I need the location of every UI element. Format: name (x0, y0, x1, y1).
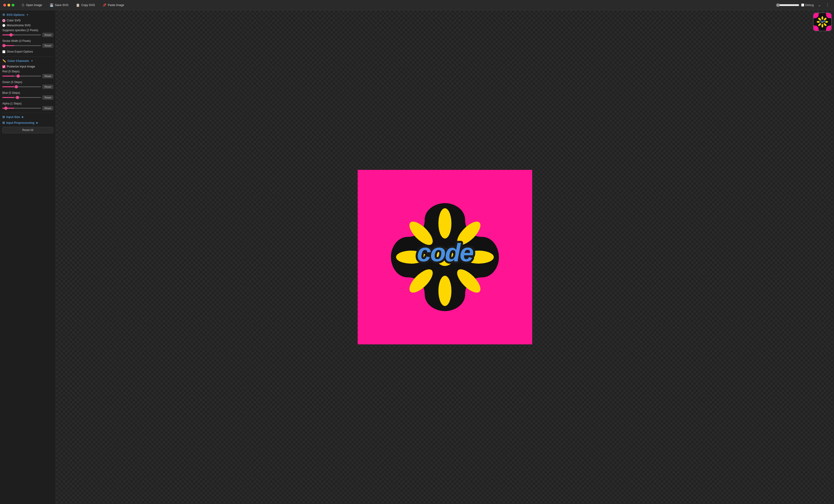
copy-svg-button[interactable]: 📋 Copy SVG (73, 2, 97, 8)
input-preprocessing-chevron: ▶ (36, 122, 38, 124)
paste-image-icon: 📌 (102, 3, 106, 7)
expert-options-row[interactable]: Show Expert Options (2, 50, 53, 53)
blue-reset[interactable]: Reset (42, 95, 53, 100)
input-preprocessing-header[interactable]: ⊞ Input Preprocessing ▶ (2, 121, 53, 125)
input-size-chevron: ▶ (22, 116, 24, 118)
svg-point-16 (821, 24, 823, 27)
green-row: Green (5 Steps) Reset (2, 81, 53, 89)
suppress-speckles-slider[interactable] (2, 35, 41, 35)
alpha-label: Alpha (1 Steps) (2, 102, 53, 105)
color-svg-radio[interactable] (2, 19, 5, 22)
suppress-speckles-label: Suppress speckles (2 Pixels) (2, 29, 53, 32)
svg-options-icon: ⚙ (2, 13, 5, 17)
suppress-speckles-control: Reset (2, 33, 53, 37)
open-image-icon: 🗋 (21, 3, 25, 7)
green-slider[interactable] (2, 86, 41, 87)
input-preprocessing-icon: ⊞ (2, 121, 5, 125)
suppress-speckles-row: Suppress speckles (2 Pixels) Reset (2, 29, 53, 37)
close-button[interactable] (3, 4, 6, 6)
red-row: Red (5 Steps) Reset (2, 70, 53, 78)
color-svg-option[interactable]: Color SVG (2, 19, 53, 22)
green-label: Green (5 Steps) (2, 81, 53, 84)
stroke-width-control: Reset (2, 44, 53, 48)
alpha-slider[interactable] (2, 108, 41, 109)
stroke-width-slider[interactable] (2, 45, 41, 46)
svg-text:code: code (819, 20, 826, 23)
svg-options-chevron: ▼ (26, 14, 29, 16)
minimize-button[interactable] (7, 4, 10, 6)
stroke-width-row: Stroke Width (0 Pixels) Reset (2, 39, 53, 48)
color-channels-chevron: ▼ (31, 60, 33, 62)
red-label: Red (5 Steps) (2, 70, 53, 73)
paste-image-button[interactable]: 📌 Paste Image (100, 2, 126, 8)
svg-options-header[interactable]: ⚙ SVG Options ▼ (2, 13, 53, 17)
color-channels-section: ✏️ Color Channels ▼ Posterize Input Imag… (2, 59, 53, 110)
titlebar-end: ⌄ ⋮ (816, 2, 831, 8)
svg-point-1 (438, 208, 452, 239)
copy-svg-icon: 📋 (76, 3, 80, 7)
canvas-area: code code (56, 10, 834, 504)
debug-slider[interactable] (776, 3, 799, 7)
red-control: Reset (2, 74, 53, 78)
debug-checkbox-label[interactable]: Debug (801, 3, 814, 7)
more-options-button[interactable]: ⋮ (824, 2, 831, 8)
posterize-row[interactable]: Posterize Input Image (2, 65, 53, 68)
suppress-speckles-reset[interactable]: Reset (42, 33, 53, 37)
debug-checkbox[interactable] (801, 3, 804, 6)
alpha-control: Reset (2, 106, 53, 110)
red-reset[interactable]: Reset (42, 74, 53, 78)
collapse-button[interactable]: ⌄ (816, 2, 822, 8)
sidebar: ⚙ SVG Options ▼ Color SVG Monochrome SVG… (0, 10, 56, 504)
input-size-icon: ⊞ (2, 115, 5, 119)
divider-1 (2, 57, 53, 57)
maximize-button[interactable] (12, 4, 15, 6)
blue-slider[interactable] (2, 97, 41, 98)
image-canvas: code (358, 170, 532, 344)
thumbnail: code (813, 13, 832, 31)
thumbnail-svg: code (814, 13, 831, 31)
color-channels-icon: ✏️ (2, 59, 6, 63)
svg-text:code: code (417, 238, 474, 267)
blue-control: Reset (2, 95, 53, 100)
input-size-header[interactable]: ⊞ Input Size ▶ (2, 115, 53, 119)
posterize-checkbox[interactable] (2, 65, 5, 68)
reset-all-button[interactable]: Reset All (2, 127, 53, 133)
svg-point-12 (821, 16, 823, 20)
traffic-lights (3, 4, 15, 6)
green-reset[interactable]: Reset (42, 85, 53, 89)
monochrome-svg-radio[interactable] (2, 24, 5, 27)
save-svg-icon: 💾 (49, 3, 53, 7)
color-channels-header[interactable]: ✏️ Color Channels ▼ (2, 59, 53, 63)
stroke-width-label: Stroke Width (0 Pixels) (2, 39, 53, 43)
save-svg-button[interactable]: 💾 Save SVG (47, 2, 71, 8)
show-expert-checkbox[interactable] (2, 50, 5, 53)
titlebar: 🗋 Open Image 💾 Save SVG 📋 Copy SVG 📌 Pas… (0, 0, 834, 10)
green-control: Reset (2, 85, 53, 89)
alpha-row: Alpha (1 Steps) Reset (2, 102, 53, 110)
main-layout: ⚙ SVG Options ▼ Color SVG Monochrome SVG… (0, 10, 834, 504)
debug-area: Debug (776, 3, 814, 7)
blue-label: Blue (5 Steps) (2, 91, 53, 94)
alpha-reset[interactable]: Reset (42, 106, 53, 110)
monochrome-svg-option[interactable]: Monochrome SVG (2, 24, 53, 27)
open-image-button[interactable]: 🗋 Open Image (19, 2, 44, 8)
blue-row: Blue (5 Steps) Reset (2, 91, 53, 100)
code-logo-svg: code (358, 170, 532, 344)
red-slider[interactable] (2, 75, 41, 76)
svg-point-5 (438, 276, 452, 306)
stroke-width-reset[interactable]: Reset (42, 44, 53, 48)
